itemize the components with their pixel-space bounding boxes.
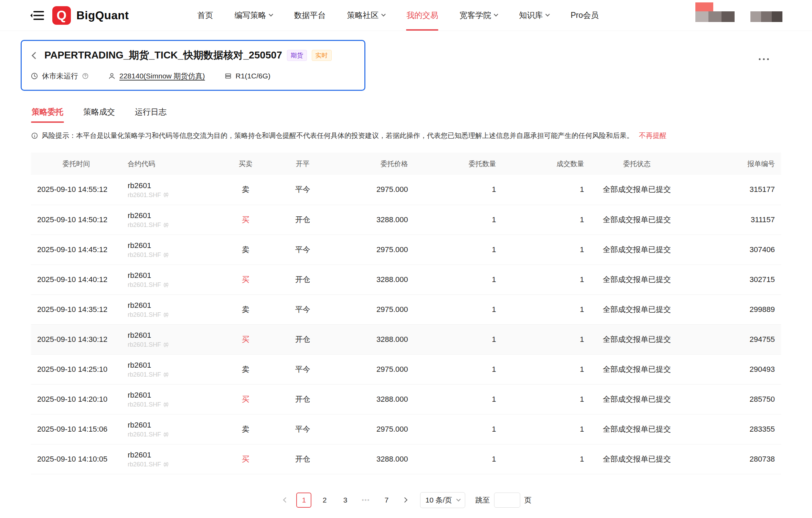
cell-filled-qty: 1 [502, 294, 590, 324]
table-row[interactable]: 2025-09-10 14:35:12 rb2601 rb2601.SHF [31, 294, 781, 324]
account-link[interactable]: 228140(Simnow 期货仿真) [119, 71, 205, 81]
contract-code-main: rb2601 [128, 301, 211, 310]
redacted-avatar-block[interactable] [750, 11, 782, 22]
more-options-button[interactable] [756, 54, 771, 64]
cell-offset: 平今 [274, 354, 331, 384]
candlestick-chart-icon[interactable] [163, 312, 169, 318]
table-row[interactable]: 2025-09-10 14:10:05 rb2601 rb2601.SHF [31, 444, 781, 474]
candlestick-chart-icon[interactable] [163, 432, 169, 438]
table-row[interactable]: 2025-09-10 14:45:12 rb2601 rb2601.SHF [31, 235, 781, 265]
table-row[interactable]: 2025-09-10 14:15:06 rb2601 rb2601.SHF [31, 414, 781, 444]
nav-menu: 首页编写策略数据平台策略社区我的交易宽客学院知识库Pro会员 [186, 0, 609, 31]
cell-order-price: 3288.000 [331, 205, 414, 235]
table-row[interactable]: 2025-09-10 14:25:10 rb2601 rb2601.SHF [31, 354, 781, 384]
cell-filled-qty: 1 [502, 384, 590, 414]
jump-to-page: 跳至 页 [476, 493, 532, 508]
brand-name[interactable]: BigQuant [76, 9, 129, 22]
nav-item[interactable]: 宽客学院 [449, 0, 508, 31]
col-header-order-time: 委托时间 [31, 153, 121, 175]
redacted-avatar-block[interactable] [695, 2, 735, 22]
pagination-page[interactable]: 2 [317, 493, 332, 508]
table-row[interactable]: 2025-09-10 14:40:12 rb2601 rb2601.SHF [31, 265, 781, 294]
candlestick-chart-icon[interactable] [163, 282, 169, 288]
nav-item[interactable]: 知识库 [508, 0, 560, 31]
nav-item[interactable]: Pro会员 [560, 0, 609, 31]
next-page-button[interactable] [399, 493, 410, 508]
badge-realtime: 实时 [312, 50, 332, 61]
cell-order-no: 307406 [684, 235, 781, 265]
cell-order-time: 2025-09-10 14:35:12 [31, 294, 121, 324]
cell-order-status: 全部成交报单已提交 [590, 205, 684, 235]
cell-order-no: 311157 [684, 205, 781, 235]
bigquant-logo[interactable]: Q [52, 6, 71, 25]
nav-item-label: Pro会员 [570, 10, 599, 21]
jump-page-input[interactable] [494, 493, 520, 508]
cell-order-time: 2025-09-10 14:25:10 [31, 354, 121, 384]
nav-item-label: 编写策略 [234, 10, 266, 21]
contract-code-full: rb2601.SHF [128, 312, 161, 318]
cell-order-price: 2975.000 [331, 235, 414, 265]
prev-page-button[interactable] [280, 493, 291, 508]
cell-order-no: 290493 [684, 354, 781, 384]
contract-code-sub: rb2601.SHF [128, 461, 211, 467]
tab-run-logs[interactable]: 运行日志 [134, 103, 167, 123]
cell-order-status: 全部成交报单已提交 [590, 444, 684, 474]
contract-code-main: rb2601 [128, 451, 211, 460]
avatar-fragment [695, 2, 713, 11]
table-row[interactable]: 2025-09-10 14:20:10 rb2601 rb2601.SHF [31, 384, 781, 414]
cell-contract: rb2601 rb2601.SHF [121, 324, 217, 354]
pagination-page-current[interactable]: 1 [296, 493, 311, 508]
avatar-fragment [750, 11, 761, 22]
cell-order-qty: 1 [414, 294, 502, 324]
cell-order-price: 3288.000 [331, 384, 414, 414]
table-row[interactable]: 2025-09-10 14:30:12 rb2601 rb2601.SHF [31, 324, 781, 354]
table-row[interactable]: 2025-09-10 14:55:12 rb2601 rb2601.SHF [31, 175, 781, 205]
candlestick-chart-icon[interactable] [163, 252, 169, 258]
pagination-ellipsis[interactable]: ••• [358, 497, 373, 504]
dismiss-risk-link[interactable]: 不再提醒 [639, 131, 666, 140]
table-row[interactable]: 2025-09-10 14:50:12 rb2601 rb2601.SHF [31, 205, 781, 235]
tab-strategy-trades[interactable]: 策略成交 [83, 103, 116, 123]
cell-offset: 开仓 [274, 384, 331, 414]
cell-offset: 开仓 [274, 444, 331, 474]
col-header-order-qty: 委托数量 [414, 153, 502, 175]
pagination-page[interactable]: 3 [338, 493, 353, 508]
contract-code-sub: rb2601.SHF [128, 282, 211, 288]
contract-code-sub: rb2601.SHF [128, 222, 211, 228]
cell-contract: rb2601 rb2601.SHF [121, 235, 217, 265]
cell-order-price: 3288.000 [331, 444, 414, 474]
pagination-page[interactable]: 7 [379, 493, 394, 508]
cell-offset: 平今 [274, 175, 331, 205]
nav-item[interactable]: 数据平台 [283, 0, 336, 31]
candlestick-chart-icon[interactable] [163, 222, 169, 228]
nav-item[interactable]: 首页 [186, 0, 224, 31]
contract-code-full: rb2601.SHF [128, 252, 161, 258]
candlestick-chart-icon[interactable] [163, 342, 169, 348]
candlestick-chart-icon[interactable] [163, 462, 169, 467]
pagination: 123•••7 10 条/页 跳至 页 [31, 492, 781, 508]
candlestick-chart-icon[interactable] [163, 402, 169, 408]
back-button[interactable] [31, 53, 40, 58]
avatar-fragment [708, 11, 722, 22]
candlestick-chart-icon[interactable] [163, 372, 169, 378]
contract-code-main: rb2601 [128, 391, 211, 400]
collapse-menu-icon[interactable] [30, 10, 45, 21]
nav-item-active[interactable]: 我的交易 [396, 0, 449, 31]
info-circle-icon [31, 132, 38, 139]
cell-side: 买 [217, 205, 274, 235]
cell-contract: rb2601 rb2601.SHF [121, 354, 217, 384]
resource-text: R1(1C/6G) [236, 72, 271, 80]
cell-order-price: 2975.000 [331, 175, 414, 205]
contract-code-full: rb2601.SHF [128, 371, 161, 378]
cell-filled-qty: 1 [502, 235, 590, 265]
cell-order-status: 全部成交报单已提交 [590, 265, 684, 294]
contract-code-sub: rb2601.SHF [128, 401, 211, 408]
tab-strategy-orders[interactable]: 策略委托 [31, 103, 64, 123]
page-size-select[interactable]: 10 条/页 [420, 492, 465, 508]
nav-item[interactable]: 编写策略 [224, 0, 283, 31]
candlestick-chart-icon[interactable] [163, 192, 169, 198]
help-circle-icon[interactable] [82, 73, 89, 79]
nav-item[interactable]: 策略社区 [336, 0, 396, 31]
cell-order-no: 294755 [684, 324, 781, 354]
cell-contract: rb2601 rb2601.SHF [121, 444, 217, 474]
